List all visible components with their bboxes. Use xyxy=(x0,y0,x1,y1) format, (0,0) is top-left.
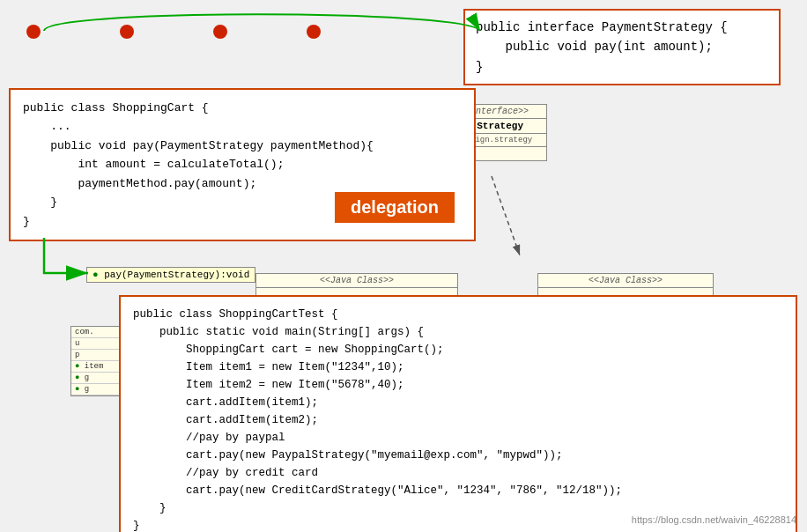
interface-line-1: public interface PaymentStrategy { xyxy=(476,18,768,37)
delegation-label: delegation xyxy=(335,192,455,223)
main-container: public interface PaymentStrategy { publi… xyxy=(0,0,807,532)
test-line-7: cart.addItem(item2); xyxy=(133,411,783,429)
svg-line-3 xyxy=(492,176,520,255)
test-line-3: ShoppingCart cart = new ShoppingCart(); xyxy=(133,341,783,358)
watermark: https://blog.csdn.net/waivin_46228814 xyxy=(632,514,796,525)
uml-bottom-right-header: <<Java Class>> xyxy=(538,274,713,288)
sc-line-5: paymentMethod.pay(amount); xyxy=(23,174,462,193)
sc-line-2: ... xyxy=(23,117,462,136)
red-dot-3 xyxy=(213,25,227,39)
test-code-box: public class ShoppingCartTest { public s… xyxy=(119,295,797,532)
red-dots-row xyxy=(26,25,321,39)
sc-line-1: public class ShoppingCart { xyxy=(23,99,462,117)
interface-line-2: public void pay(int amount); xyxy=(476,37,768,56)
sc-line-4: int amount = calculateTotal(); xyxy=(23,155,462,174)
test-line-11: cart.pay(new CreditCardStrategy("Alice",… xyxy=(133,482,783,499)
test-line-9: cart.pay(new PaypalStrategy("myemail@exp… xyxy=(133,447,783,464)
test-line-2: public static void main(String[] args) { xyxy=(133,323,783,341)
red-dot-4 xyxy=(307,25,321,39)
test-line-1: public class ShoppingCartTest { xyxy=(133,306,783,323)
test-line-6: cart.addItem(item1); xyxy=(133,394,783,411)
sc-line-3: public void pay(PaymentStrategy paymentM… xyxy=(23,137,462,155)
test-line-8: //pay by paypal xyxy=(133,429,783,447)
red-dot-1 xyxy=(26,25,41,39)
interface-line-3: } xyxy=(476,57,768,77)
uml-bottom-left-header: <<Java Class>> xyxy=(256,274,457,288)
interface-code-box: public interface PaymentStrategy { publi… xyxy=(463,9,781,85)
pay-method-label: pay(PaymentStrategy):void xyxy=(86,267,255,283)
test-line-4: Item item1 = new Item("1234",10); xyxy=(133,358,783,376)
test-line-5: Item item2 = new Item("5678",40); xyxy=(133,376,783,394)
red-dot-2 xyxy=(120,25,134,39)
test-line-10: //pay by credit card xyxy=(133,464,783,482)
